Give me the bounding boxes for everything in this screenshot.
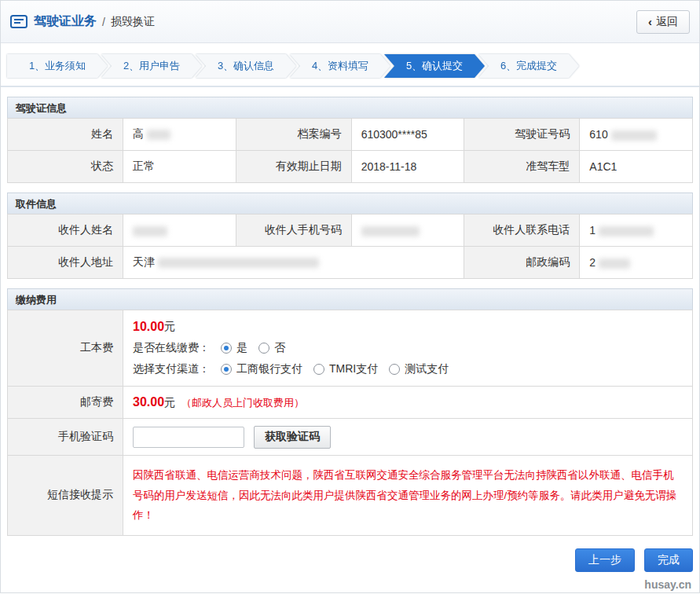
name-label: 姓名 bbox=[8, 119, 123, 151]
postage-amount: 30.00 bbox=[133, 395, 164, 409]
fee-section-title: 缴纳费用 bbox=[7, 288, 693, 310]
radio-checked-icon[interactable] bbox=[221, 364, 232, 375]
file-number-value: 610300****85 bbox=[351, 119, 464, 151]
page: 驾驶证业务 / 损毁换证 ‹ 返回 1、业务须知 2、用户申告 3、确认信息 4… bbox=[0, 0, 700, 593]
table-row: 姓名 高 档案编号 610300****85 驾驶证号码 610 bbox=[8, 119, 693, 151]
sms-code-cell: 获取验证码 bbox=[123, 419, 693, 456]
cost-unit: 元 bbox=[164, 320, 175, 334]
status-value: 正常 bbox=[123, 151, 236, 183]
expiry-value: 2018-11-18 bbox=[351, 151, 464, 183]
finish-button[interactable]: 完成 bbox=[644, 548, 693, 572]
step-6-done: 6、完成提交 bbox=[478, 54, 579, 78]
postage-label: 邮寄费 bbox=[8, 387, 123, 419]
table-row: 邮寄费 30.00元 （邮政人员上门收取费用） bbox=[8, 387, 693, 419]
page-title: 损毁换证 bbox=[111, 15, 155, 29]
pickup-info-section: 取件信息 收件人姓名 收件人手机号码 收件人联系电话 1 收件人地址 天津 邮政… bbox=[7, 192, 693, 279]
recipient-tel-value: 1 bbox=[580, 214, 693, 247]
footer-actions: 上一步 完成 bbox=[1, 536, 699, 572]
sms-tip-cell: 因陕西省联通、电信运营商技术问题，陕西省互联网交通安全综合服务管理平台无法向持陕… bbox=[123, 456, 693, 536]
online-pay-no-label: 否 bbox=[274, 341, 285, 355]
license-number-text: 610 bbox=[589, 128, 607, 141]
pay-channel-label: 选择支付渠道： bbox=[133, 362, 210, 376]
recipient-tel-text: 1 bbox=[589, 224, 596, 236]
channel-icbc-option[interactable]: 工商银行支付 bbox=[221, 362, 302, 376]
wizard-steps: 1、业务须知 2、用户申告 3、确认信息 4、资料填写 5、确认提交 6、完成提… bbox=[1, 43, 699, 87]
vehicle-type-value: A1C1 bbox=[580, 151, 693, 183]
file-number-label: 档案编号 bbox=[236, 119, 351, 151]
channel-test-option[interactable]: 测试支付 bbox=[389, 362, 449, 376]
cost-label: 工本费 bbox=[8, 310, 123, 387]
sms-tip-label: 短信接收提示 bbox=[8, 456, 123, 536]
recipient-name-label: 收件人姓名 bbox=[8, 214, 123, 247]
sms-tip-text: 因陕西省联通、电信运营商技术问题，陕西省互联网交通安全综合服务管理平台无法向持陕… bbox=[133, 465, 683, 526]
cost-amount-line: 10.00元 bbox=[133, 320, 683, 334]
step-3-confirm-info: 3、确认信息 bbox=[196, 54, 296, 78]
step-4-fill: 4、资料填写 bbox=[290, 54, 390, 78]
redacted-value bbox=[361, 226, 420, 236]
pickup-info-title: 取件信息 bbox=[7, 192, 693, 214]
name-value-text: 高 bbox=[133, 127, 144, 140]
expiry-label: 有效期止日期 bbox=[236, 151, 351, 183]
back-button-label: 返回 bbox=[656, 15, 678, 29]
channel-test-label: 测试支付 bbox=[405, 362, 449, 376]
pay-channel-line: 选择支付渠道： 工商银行支付 TMRI支付 测试支付 bbox=[133, 362, 683, 376]
redacted-value bbox=[599, 258, 630, 269]
watermark: husay.cn bbox=[644, 578, 691, 591]
radio-unchecked-icon[interactable] bbox=[389, 364, 400, 375]
recipient-name-value bbox=[123, 214, 236, 247]
postage-note: （邮政人员上门收取费用） bbox=[181, 397, 304, 409]
table-row: 收件人地址 天津 邮政编码 2 bbox=[8, 247, 693, 279]
redacted-value bbox=[599, 226, 654, 236]
pickup-info-table: 收件人姓名 收件人手机号码 收件人联系电话 1 收件人地址 天津 邮政编码 2 bbox=[7, 214, 693, 279]
license-info-section: 驾驶证信息 姓名 高 档案编号 610300****85 驾驶证号码 610 状… bbox=[7, 97, 693, 183]
previous-step-button[interactable]: 上一步 bbox=[575, 548, 635, 572]
top-bar: 驾驶证业务 / 损毁换证 ‹ 返回 bbox=[1, 1, 699, 43]
fee-section: 缴纳费用 工本费 10.00元 是否在线缴费： 是 bbox=[7, 288, 693, 536]
step-4-wrap: 4、资料填写 bbox=[290, 54, 390, 78]
license-number-label: 驾驶证号码 bbox=[464, 119, 580, 151]
redacted-value bbox=[611, 130, 657, 141]
recipient-address-value: 天津 bbox=[123, 247, 464, 279]
postcode-label: 邮政编码 bbox=[464, 247, 580, 279]
step-2-declare: 2、用户申告 bbox=[101, 54, 202, 78]
step-1-wrap: 1、业务须知 bbox=[7, 54, 108, 78]
radio-unchecked-icon[interactable] bbox=[258, 343, 269, 354]
step-3-wrap: 3、确认信息 bbox=[196, 54, 296, 78]
license-info-table: 姓名 高 档案编号 610300****85 驾驶证号码 610 状态 正常 有… bbox=[7, 118, 693, 183]
step-6-wrap: 6、完成提交 bbox=[478, 54, 579, 78]
fee-table: 工本费 10.00元 是否在线缴费： 是 否 bbox=[7, 310, 693, 536]
postcode-text: 2 bbox=[589, 256, 596, 269]
back-button[interactable]: ‹ 返回 bbox=[636, 10, 690, 34]
sms-code-input[interactable] bbox=[133, 427, 244, 448]
radio-checked-icon[interactable] bbox=[221, 343, 232, 354]
online-pay-no-option[interactable]: 否 bbox=[258, 341, 285, 355]
recipient-mobile-value bbox=[351, 214, 464, 247]
vehicle-type-label: 准驾车型 bbox=[464, 151, 580, 183]
postage-unit: 元 bbox=[164, 396, 175, 409]
table-row: 短信接收提示 因陕西省联通、电信运营商技术问题，陕西省互联网交通安全综合服务管理… bbox=[8, 456, 693, 536]
online-pay-label: 是否在线缴费： bbox=[133, 341, 210, 355]
channel-icbc-label: 工商银行支付 bbox=[236, 362, 302, 376]
channel-tmri-option[interactable]: TMRI支付 bbox=[313, 362, 378, 376]
online-pay-yes-label: 是 bbox=[236, 341, 247, 355]
table-row: 收件人姓名 收件人手机号码 收件人联系电话 1 bbox=[8, 214, 693, 247]
back-chevron-icon: ‹ bbox=[648, 16, 652, 28]
online-pay-line: 是否在线缴费： 是 否 bbox=[133, 341, 683, 355]
recipient-address-text: 天津 bbox=[133, 255, 155, 268]
step-2-wrap: 2、用户申告 bbox=[101, 54, 202, 78]
radio-unchecked-icon[interactable] bbox=[313, 364, 324, 375]
license-card-icon bbox=[10, 15, 27, 28]
table-row: 状态 正常 有效期止日期 2018-11-18 准驾车型 A1C1 bbox=[8, 151, 693, 183]
name-value: 高 bbox=[123, 119, 236, 151]
online-pay-yes-option[interactable]: 是 bbox=[221, 341, 247, 355]
step-5-wrap: 5、确认提交 bbox=[384, 54, 485, 78]
redacted-value bbox=[147, 130, 170, 140]
recipient-address-label: 收件人地址 bbox=[8, 247, 123, 279]
cost-cell: 10.00元 是否在线缴费： 是 否 选择支 bbox=[123, 310, 693, 387]
get-sms-code-button[interactable]: 获取验证码 bbox=[254, 426, 331, 449]
cost-amount: 10.00 bbox=[133, 320, 164, 334]
postcode-value: 2 bbox=[580, 247, 693, 279]
license-info-title: 驾驶证信息 bbox=[7, 97, 693, 119]
table-row: 手机验证码 获取验证码 bbox=[8, 419, 693, 456]
step-5-confirm-submit-active: 5、确认提交 bbox=[384, 54, 485, 78]
